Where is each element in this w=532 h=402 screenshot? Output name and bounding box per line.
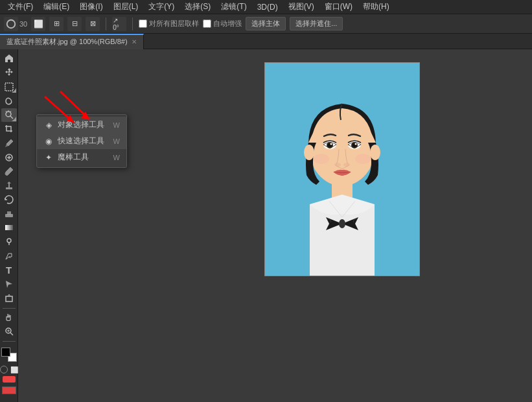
add-selection-btn[interactable]: ⊞ (49, 17, 64, 31)
eraser-tool[interactable] (1, 207, 17, 220)
angle-btn[interactable]: ↗ 0° (112, 17, 126, 31)
object-select-label: 对象选择工具 (58, 119, 104, 130)
svg-point-29 (355, 154, 371, 164)
marquee-tool[interactable] (1, 80, 17, 94)
sample-all-layers-label: 对所有图层取样 (149, 19, 199, 29)
quick-select-label: 快速选择工具 (58, 136, 104, 147)
object-select-icon: ◈ (43, 120, 54, 130)
eyedropper-tool[interactable] (1, 137, 17, 150)
menu-edit[interactable]: 编辑(E) (38, 0, 75, 14)
svg-point-27 (370, 145, 380, 160)
toolbox: T (0, 49, 18, 402)
magic-wand-label: 魔棒工具 (58, 152, 89, 163)
tool-dropdown: ◈ 对象选择工具 W ◉ 快速选择工具 W ✦ 魔棒工具 W (36, 114, 127, 168)
sample-all-layers-checkbox[interactable] (139, 19, 147, 28)
brush-tool[interactable] (1, 165, 17, 178)
gradient-tool[interactable] (1, 221, 17, 235)
photo-canvas (264, 62, 420, 276)
type-tool[interactable]: T (1, 263, 17, 277)
auto-enhance[interactable]: 自动增强 (203, 19, 242, 29)
person-illustration (271, 68, 413, 276)
brush-preset-btn[interactable] (4, 17, 18, 31)
quick-select-shortcut: W (113, 137, 120, 145)
subtract-selection-btn[interactable]: ⊟ (67, 17, 82, 31)
dropdown-object-select[interactable]: ◈ 对象选择工具 W (37, 117, 126, 133)
menu-help[interactable]: 帮助(H) (358, 0, 395, 14)
main-layout: T (0, 49, 532, 402)
quick-select-tool[interactable] (1, 108, 17, 122)
menu-type[interactable]: 文字(Y) (143, 0, 179, 14)
path-select-tool[interactable] (1, 278, 17, 291)
tab-label: 蓝底证件照素材.jpg @ 100%(RGB/8#) (6, 37, 128, 47)
brush-size-label: 30 (19, 20, 27, 28)
menu-window[interactable]: 窗口(W) (319, 0, 358, 14)
fg-color-swatch[interactable] (1, 348, 10, 357)
fg-bg-bottom-icons (3, 376, 16, 383)
svg-point-23 (355, 143, 357, 145)
color-mode-icons: ⬜ (0, 366, 18, 373)
tab-photo[interactable]: 蓝底证件照素材.jpg @ 100%(RGB/8#) ✕ (0, 34, 144, 49)
auto-enhance-checkbox[interactable] (203, 19, 211, 28)
menu-3d[interactable]: 3D(D) (252, 1, 283, 13)
foreground-red (3, 376, 16, 383)
move-tool[interactable] (1, 66, 17, 80)
history-brush-tool[interactable] (1, 193, 17, 207)
home-btn[interactable] (1, 52, 17, 65)
menu-image[interactable]: 图像(I) (75, 0, 108, 14)
menu-layer[interactable]: 图层(L) (108, 0, 144, 14)
svg-point-28 (314, 154, 329, 164)
quick-mask-icon[interactable] (0, 366, 8, 373)
select-and-mask-btn[interactable]: 选择并遮住... (290, 17, 343, 30)
canvas-area: ◈ 对象选择工具 W ◉ 快速选择工具 W ✦ 魔棒工具 W (18, 49, 532, 402)
svg-rect-4 (6, 187, 12, 189)
menu-view[interactable]: 视图(V) (283, 0, 319, 14)
crop-tool[interactable] (1, 123, 17, 136)
new-selection-btn[interactable]: ⬜ (31, 17, 45, 31)
svg-point-2 (6, 112, 11, 117)
menu-file[interactable]: 文件(F) (3, 0, 38, 14)
lasso-tool[interactable] (1, 94, 17, 108)
menu-select[interactable]: 选择(S) (179, 0, 216, 14)
svg-point-25 (343, 163, 350, 167)
clone-tool[interactable] (1, 179, 17, 193)
brush-preset-group: 30 (4, 17, 27, 31)
shape-tool[interactable] (1, 292, 17, 305)
magic-wand-shortcut: W (113, 154, 120, 161)
dropdown-magic-wand[interactable]: ✦ 魔棒工具 W (37, 149, 126, 165)
dodge-tool[interactable] (1, 235, 17, 249)
sample-all-layers[interactable]: 对所有图层取样 (139, 19, 199, 29)
svg-point-24 (334, 163, 341, 167)
svg-point-14 (339, 219, 345, 228)
screen-mode-icon[interactable]: ⬜ (10, 366, 18, 373)
tab-bar: 蓝底证件照素材.jpg @ 100%(RGB/8#) ✕ (0, 34, 532, 49)
select-subject-btn[interactable]: 选择主体 (246, 17, 286, 30)
magic-wand-icon: ✦ (43, 152, 54, 163)
svg-rect-9 (6, 296, 12, 302)
red-color-box[interactable] (2, 386, 16, 394)
separator-2 (132, 18, 133, 30)
menu-bar: 文件(F) 编辑(E) 图像(I) 图层(L) 文字(Y) 选择(S) 滤镜(T… (0, 0, 532, 14)
tool-separator-2 (3, 341, 16, 342)
separator-1 (106, 18, 106, 30)
svg-point-26 (304, 145, 314, 160)
zoom-tool[interactable] (1, 325, 17, 338)
object-select-shortcut: W (113, 121, 120, 129)
tool-separator-1 (3, 308, 16, 309)
tab-close-btn[interactable]: ✕ (132, 38, 137, 45)
hand-tool[interactable] (1, 311, 17, 324)
svg-point-8 (7, 239, 11, 242)
auto-enhance-label: 自动增强 (213, 19, 242, 29)
svg-point-0 (7, 19, 16, 28)
menu-filter[interactable]: 滤镜(T) (216, 0, 251, 14)
quick-select-icon: ◉ (43, 136, 54, 147)
svg-rect-6 (7, 211, 11, 215)
svg-rect-7 (5, 225, 13, 230)
dropdown-quick-select[interactable]: ◉ 快速选择工具 W (37, 133, 126, 149)
heal-tool[interactable] (1, 150, 17, 164)
pen-tool[interactable] (1, 250, 17, 263)
options-bar: 30 ⬜ ⊞ ⊟ ⊠ ↗ 0° 对所有图层取样 自动增强 选择主体 选择并遮住.… (0, 14, 532, 34)
color-swatches[interactable] (1, 348, 17, 362)
intersect-selection-btn[interactable]: ⊠ (86, 17, 100, 31)
svg-point-22 (330, 143, 332, 145)
